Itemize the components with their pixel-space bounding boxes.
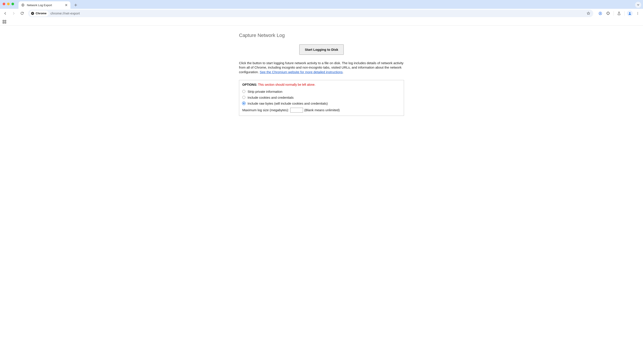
options-label: OPTIONS (242, 83, 256, 86)
chrome-logo-icon (31, 12, 34, 15)
radio-label: Strip private information (248, 90, 282, 94)
bookmarks-bar (0, 18, 643, 26)
site-info-chip[interactable]: Chrome (30, 10, 49, 16)
radio-label: Include raw bytes (will include cookies … (248, 102, 328, 105)
page-title: Capture Network Log (239, 32, 404, 38)
svg-point-7 (637, 12, 638, 12)
site-chip-label: Chrome (36, 12, 47, 15)
browser-window: Network Log Export Chrome (0, 0, 643, 364)
svg-rect-11 (5, 20, 6, 21)
svg-point-9 (637, 14, 638, 14)
reload-button[interactable] (19, 10, 26, 17)
svg-rect-12 (3, 22, 4, 23)
toolbar-right (597, 10, 641, 17)
address-bar[interactable]: Chrome chrome://net-export (28, 10, 593, 17)
radio-label: Include cookies and credentials (248, 96, 294, 99)
options-warning: This section should normally be left alo… (258, 83, 316, 86)
tab-search-button[interactable] (635, 2, 641, 8)
minimize-window-button[interactable] (7, 3, 10, 5)
tab-strip: Network Log Export (0, 0, 643, 9)
toolbar: Chrome chrome://net-export (0, 9, 643, 18)
description-text-suffix: . (343, 70, 343, 74)
tab-title: Network Log Export (27, 4, 52, 7)
maximize-window-button[interactable] (12, 3, 14, 5)
max-log-size-hint: (Blank means unlimited) (304, 108, 340, 112)
svg-rect-13 (5, 22, 6, 23)
browser-tab[interactable]: Network Log Export (19, 1, 70, 9)
page-content: Capture Network Log Start Logging to Dis… (0, 26, 643, 364)
max-log-size-row: Maximum log size (megabytes): (Blank mea… (242, 106, 401, 112)
options-header: OPTIONS: This section should normally be… (242, 83, 401, 86)
instructions-link[interactable]: See the Chromium website for more detail… (260, 70, 343, 74)
window-controls (3, 3, 14, 5)
close-window-button[interactable] (3, 3, 5, 5)
options-fieldset: OPTIONS: This section should normally be… (239, 80, 404, 116)
radio-strip-private[interactable]: Strip private information (242, 88, 401, 94)
toolbar-divider (624, 11, 624, 16)
radio-input[interactable] (242, 102, 245, 105)
avatar-icon (627, 10, 633, 16)
radio-include-cookies[interactable]: Include cookies and credentials (242, 94, 401, 100)
new-tab-button[interactable] (73, 2, 79, 8)
apps-grid-icon[interactable] (2, 19, 7, 24)
radio-input[interactable] (242, 96, 245, 99)
forward-button[interactable] (10, 10, 17, 17)
extensions-puzzle-icon[interactable] (605, 10, 612, 17)
svg-point-8 (637, 13, 638, 14)
svg-rect-10 (3, 20, 4, 21)
url-text: chrome://net-export (50, 12, 80, 15)
svg-point-5 (600, 12, 601, 14)
max-log-size-input[interactable] (290, 108, 303, 112)
svg-point-3 (32, 13, 33, 14)
options-label-colon: : (256, 83, 258, 86)
description-paragraph: Click the button to start logging future… (239, 61, 404, 74)
close-tab-button[interactable] (65, 4, 68, 6)
back-button[interactable] (2, 10, 9, 17)
bookmark-star-button[interactable] (585, 10, 592, 17)
profile-button[interactable] (626, 10, 633, 17)
radio-include-raw-bytes[interactable]: Include raw bytes (will include cookies … (242, 100, 401, 106)
globe-icon (21, 3, 25, 7)
max-log-size-label: Maximum log size (megabytes): (242, 108, 289, 112)
kebab-menu-button[interactable] (634, 10, 641, 17)
labs-flask-icon[interactable] (615, 10, 622, 17)
radio-input[interactable] (242, 90, 245, 93)
start-logging-button[interactable]: Start Logging to Disk (299, 44, 344, 55)
svg-point-6 (629, 12, 630, 13)
toolbar-divider (613, 11, 614, 16)
account-sync-icon[interactable] (597, 10, 604, 17)
